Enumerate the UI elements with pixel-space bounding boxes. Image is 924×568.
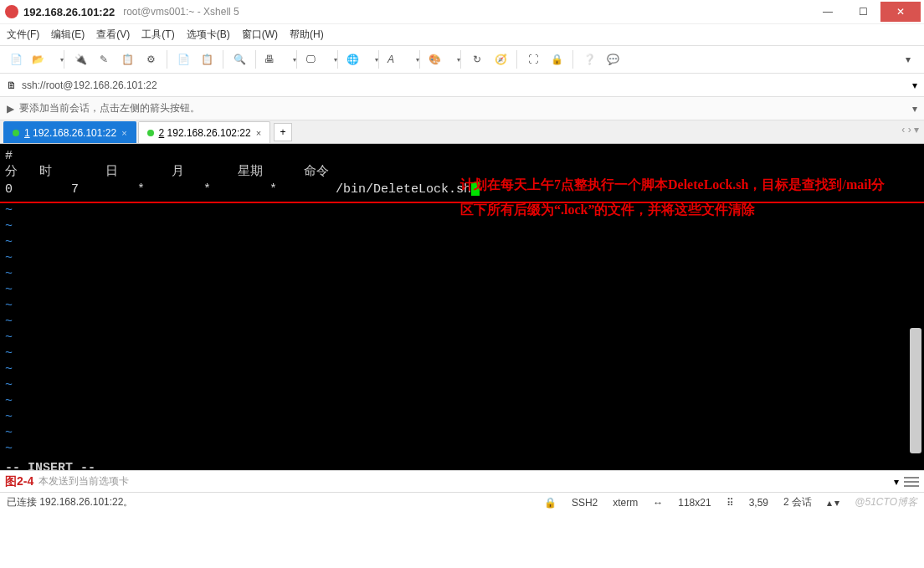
vi-tilde: ~: [0, 330, 924, 346]
print-icon[interactable]: 🖶: [261, 49, 291, 70]
send-dropdown-icon[interactable]: ▾: [894, 476, 899, 488]
search-icon[interactable]: 🔍: [228, 49, 250, 70]
window-title-sub: root@vms001:~ - Xshell 5: [123, 6, 239, 18]
vi-tilde: ~: [0, 251, 924, 267]
tab2-close-icon[interactable]: ×: [256, 128, 261, 138]
maximize-button[interactable]: ☐: [845, 2, 880, 22]
tab-strip: 1 192.168.26.101:22 × 2 192.168.26.102:2…: [0, 120, 924, 144]
tab-nav[interactable]: ‹ › ▾: [901, 124, 919, 136]
info-bar: ▶ 要添加当前会话，点击左侧的箭头按钮。 ▾: [0, 97, 924, 120]
properties-icon[interactable]: 📋: [116, 49, 138, 70]
status-term: xterm: [613, 497, 638, 509]
menu-view[interactable]: 查看(V): [96, 28, 130, 42]
help-icon[interactable]: ❔: [578, 49, 600, 70]
tab-session-2[interactable]: 2 192.168.26.102:22 ×: [138, 121, 271, 143]
reconnect-icon[interactable]: 🔌: [69, 49, 91, 70]
refresh-icon[interactable]: ↻: [466, 49, 488, 70]
open-icon[interactable]: 📂: [28, 49, 59, 70]
status-size: 118x21: [678, 497, 711, 509]
vi-tilde: ~: [0, 283, 924, 299]
cron-hour: 7: [71, 182, 130, 197]
menu-file[interactable]: 文件(F): [7, 28, 39, 42]
close-button[interactable]: ✕: [880, 2, 921, 22]
hdr-cmd: 命令: [304, 163, 354, 179]
chat-icon[interactable]: 💬: [602, 49, 624, 70]
vi-tilde: ~: [0, 426, 924, 442]
cron-month: *: [203, 182, 262, 197]
tab1-label: 192.168.26.101:22: [30, 127, 116, 139]
status-pos-icon: ⠿: [726, 497, 734, 509]
disconnect-icon[interactable]: ✎: [93, 49, 115, 70]
status-pos: 3,59: [749, 497, 768, 509]
hdr-month: 月: [172, 163, 230, 179]
send-hint: 本发送到当前选项卡: [38, 474, 889, 489]
hdr-day: 日: [105, 163, 164, 179]
menu-edit[interactable]: 编辑(E): [51, 28, 85, 42]
new-session-icon[interactable]: 📄: [5, 49, 27, 70]
minimize-button[interactable]: —: [810, 2, 845, 22]
menu-tools[interactable]: 工具(T): [141, 28, 174, 42]
vi-tilde: ~: [0, 299, 924, 315]
vi-tilde: ~: [0, 346, 924, 362]
info-overflow-icon[interactable]: ▾: [912, 103, 917, 115]
cron-day: *: [137, 182, 196, 197]
annotation: 计划在每天上午7点整执行一个脚本DeleteLock.sh，目标是查找到/mai…: [460, 172, 896, 223]
menu-tabs[interactable]: 选项卡(B): [187, 28, 230, 42]
watermark: @51CTO博客: [855, 495, 917, 509]
vi-tilde: ~: [0, 442, 924, 458]
status-sessions: 2 会话: [783, 495, 812, 509]
toolbar-overflow-icon[interactable]: ▾: [897, 49, 919, 70]
send-bar: 图2-4 本发送到当前选项卡 ▾: [0, 470, 924, 492]
vi-tilde: ~: [0, 235, 924, 251]
hdr-min: # 分: [5, 149, 32, 179]
send-menu-icon[interactable]: [904, 474, 919, 489]
info-arrow-icon[interactable]: ▶: [7, 103, 14, 115]
terminal[interactable]: # 分 时 日 月 星期 命令 0 7 * * * /bin/DeleteLoc…: [0, 144, 924, 470]
window-title-host: 192.168.26.101:22: [23, 6, 115, 18]
scrollbar-thumb[interactable]: [910, 328, 921, 453]
addr-lock-icon: 🗎: [7, 79, 17, 91]
status-ssh: SSH2: [572, 497, 598, 509]
screen-icon[interactable]: 🖵: [302, 49, 332, 70]
hdr-week: 星期: [238, 163, 296, 179]
tab1-num: 1: [24, 127, 30, 139]
address-url[interactable]: ssh://root@192.168.26.101:22: [22, 79, 157, 91]
cron-week: *: [270, 182, 328, 197]
app-icon: [5, 5, 18, 18]
font-icon[interactable]: A: [384, 49, 414, 70]
status-size-icon: ↔: [653, 497, 663, 509]
status-sess-icon[interactable]: ▴ ▾: [827, 497, 839, 509]
tab1-close-icon[interactable]: ×: [121, 128, 126, 138]
vi-tilde: ~: [0, 267, 924, 283]
vi-tilde: ~: [0, 315, 924, 330]
tab2-label: 192.168.26.102:22: [164, 127, 250, 139]
lock-icon[interactable]: 🔒: [546, 49, 567, 70]
vi-mode: -- INSERT --: [0, 458, 924, 470]
address-bar: 🗎 ssh://root@192.168.26.101:22 ▾: [0, 74, 924, 97]
addr-overflow-icon[interactable]: ▾: [912, 79, 917, 91]
color-icon[interactable]: 🎨: [425, 49, 455, 70]
settings-icon[interactable]: ⚙: [140, 49, 162, 70]
cron-min: 0: [5, 182, 64, 197]
hdr-hour: 时: [39, 163, 98, 179]
menu-help[interactable]: 帮助(H): [290, 28, 324, 42]
vi-tilde: ~: [0, 394, 924, 410]
paste-icon[interactable]: 📋: [196, 49, 218, 70]
compass-icon[interactable]: 🧭: [490, 49, 511, 70]
globe-icon[interactable]: 🌐: [343, 49, 373, 70]
status-lock-icon: 🔒: [544, 497, 557, 509]
menu-window[interactable]: 窗口(W): [242, 28, 278, 42]
status-dot-icon: [147, 130, 154, 136]
tab-session-1[interactable]: 1 192.168.26.101:22 ×: [3, 121, 136, 143]
menubar: 文件(F) 编辑(E) 查看(V) 工具(T) 选项卡(B) 窗口(W) 帮助(…: [0, 23, 924, 45]
fullscreen-icon[interactable]: ⛶: [522, 49, 544, 70]
status-dot-icon: [13, 130, 19, 136]
cron-cmd: /bin/DeleteLock.sh: [336, 182, 471, 197]
vi-tilde: ~: [0, 410, 924, 426]
add-tab-button[interactable]: +: [274, 123, 292, 141]
status-connection: 已连接 192.168.26.101:22。: [7, 495, 133, 509]
vi-tilde: ~: [0, 362, 924, 378]
info-message: 要添加当前会话，点击左侧的箭头按钮。: [19, 101, 200, 115]
copy-icon[interactable]: 📄: [172, 49, 194, 70]
vi-tilde: ~: [0, 378, 924, 394]
